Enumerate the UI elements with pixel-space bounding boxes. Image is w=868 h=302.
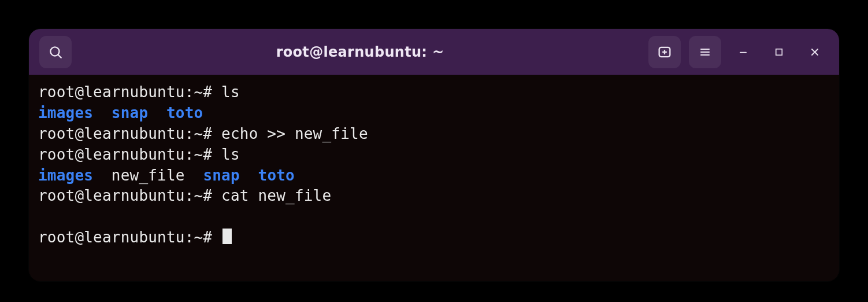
- hamburger-icon: [698, 45, 712, 59]
- prompt: root@learnubuntu:~#: [38, 125, 221, 142]
- command-text: cat new_file: [221, 187, 331, 204]
- terminal-line: root@learnubuntu:~# ls: [38, 82, 830, 103]
- cursor: [222, 229, 232, 244]
- new-tab-button[interactable]: [648, 36, 681, 68]
- directory-entry: images: [38, 167, 93, 184]
- terminal-line: images snap toto: [38, 103, 830, 124]
- directory-entry: toto: [166, 104, 203, 121]
- new-tab-icon: [656, 44, 673, 60]
- prompt: root@learnubuntu:~#: [38, 187, 221, 204]
- close-button[interactable]: [801, 38, 829, 66]
- directory-entry: snap: [112, 104, 148, 121]
- terminal-line: root@learnubuntu:~#: [38, 227, 830, 248]
- minimize-icon: [737, 46, 749, 58]
- terminal-line: images new_file snap toto: [38, 165, 830, 186]
- search-icon: [48, 45, 63, 60]
- terminal-window: root@learnubuntu: ~: [29, 29, 839, 281]
- maximize-button[interactable]: [765, 38, 793, 66]
- prompt: root@learnubuntu:~#: [38, 229, 221, 246]
- titlebar: root@learnubuntu: ~: [29, 29, 839, 75]
- minimize-button[interactable]: [729, 38, 757, 66]
- svg-rect-9: [776, 49, 782, 55]
- svg-line-1: [58, 54, 61, 57]
- terminal-body[interactable]: root@learnubuntu:~# lsimages snap totoro…: [29, 75, 839, 281]
- window-title: root@learnubuntu: ~: [79, 44, 641, 60]
- command-text: echo >> new_file: [221, 125, 368, 142]
- close-icon: [809, 46, 821, 58]
- directory-entry: snap: [203, 167, 239, 184]
- menu-button[interactable]: [689, 36, 721, 68]
- command-text: ls: [221, 83, 240, 101]
- directory-entry: toto: [258, 167, 295, 184]
- prompt: root@learnubuntu:~#: [38, 83, 221, 101]
- search-button[interactable]: [39, 36, 72, 68]
- titlebar-right-group: [648, 36, 829, 68]
- terminal-line: root@learnubuntu:~# cat new_file: [38, 186, 830, 207]
- maximize-icon: [774, 47, 784, 57]
- directory-entry: images: [38, 104, 93, 121]
- terminal-blank-line: [38, 207, 830, 227]
- prompt: root@learnubuntu:~#: [38, 146, 221, 163]
- command-text: ls: [221, 146, 240, 163]
- file-entry: new_file: [112, 167, 185, 184]
- terminal-line: root@learnubuntu:~# echo >> new_file: [38, 124, 830, 145]
- app-frame: root@learnubuntu: ~: [0, 0, 868, 302]
- terminal-line: root@learnubuntu:~# ls: [38, 145, 830, 165]
